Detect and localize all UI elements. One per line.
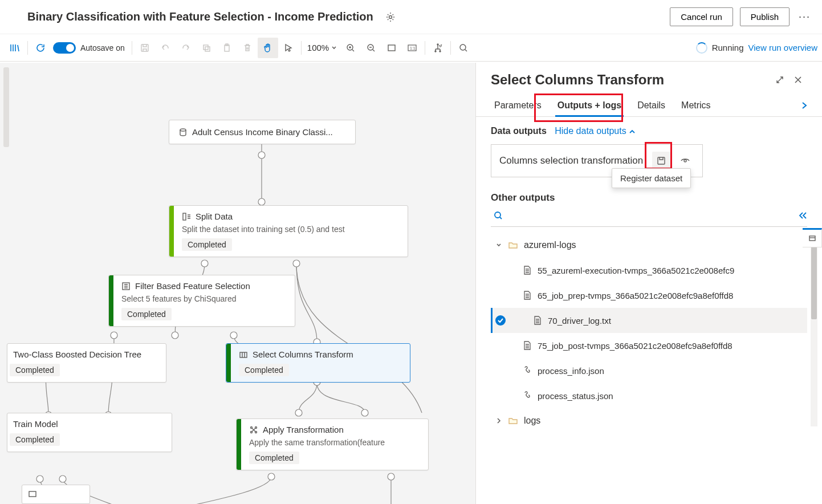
search-icon[interactable]	[453, 38, 474, 58]
svg-point-19	[111, 332, 117, 339]
zoom-out-icon[interactable]	[361, 38, 381, 58]
collapse-tree-icon[interactable]	[798, 212, 807, 220]
node-title: Filter Based Feature Selection	[135, 281, 250, 291]
refresh-icon[interactable]	[30, 38, 51, 58]
tab-parameters[interactable]: Parameters	[486, 95, 550, 116]
undo-icon[interactable]	[155, 38, 176, 58]
node-boosted-tree[interactable]: Two-Class Boosted Decision Tree Complete…	[7, 343, 166, 383]
file-label: 70_driver_log.txt	[548, 316, 611, 326]
paste-icon[interactable]	[217, 38, 237, 58]
file-label: process_info.json	[538, 366, 604, 376]
folder-label: logs	[524, 416, 540, 426]
node-partial[interactable]	[22, 485, 90, 504]
node-train-model[interactable]: Train Model Completed	[7, 413, 172, 452]
svg-point-27	[295, 409, 302, 416]
tree-file[interactable]: 65_job_prep-tvmps_366a5021c2e008efc9a8ef…	[491, 283, 807, 308]
tab-metrics[interactable]: Metrics	[673, 95, 719, 116]
status-badge: Completed	[239, 364, 289, 376]
svg-rect-43	[658, 157, 665, 164]
svg-point-31	[268, 473, 275, 480]
data-outputs-label: Data outputs	[491, 126, 547, 136]
status-badge: Completed	[249, 452, 299, 464]
node-dataset-title: Adult Census Income Binary Classi...	[192, 127, 333, 137]
view-run-overview-link[interactable]: View run overview	[748, 43, 817, 52]
tree-file[interactable]: 75_job_post-tvmps_366a5021c2e008efc9a8ef…	[491, 333, 807, 358]
tree-file[interactable]: process_info.json	[491, 358, 807, 383]
svg-point-28	[361, 409, 368, 416]
autosave-toggle[interactable]	[53, 42, 76, 54]
preview-icon[interactable]	[676, 152, 694, 170]
node-title: Two-Class Boosted Decision Tree	[13, 349, 141, 359]
zoom-level[interactable]: 100%	[304, 43, 340, 52]
close-icon[interactable]	[789, 71, 807, 89]
svg-rect-1	[141, 44, 148, 51]
actual-size-icon[interactable]: 1:1	[402, 38, 422, 58]
svg-point-17	[201, 260, 208, 267]
file-label: 75_job_post-tvmps_366a5021c2e008efc9a8ef…	[538, 341, 733, 351]
node-apply-transformation[interactable]: Apply Transformation Apply the same tran…	[236, 418, 429, 470]
node-title: Apply Transformation	[263, 425, 344, 434]
node-split-data[interactable]: Split Data Split the dataset into traini…	[169, 205, 408, 257]
cursor-icon[interactable]	[278, 38, 299, 58]
hide-data-outputs-link[interactable]: Hide data outputs	[555, 126, 636, 136]
node-subtitle: Select 5 features by ChiSquared	[121, 294, 286, 303]
cancel-run-button[interactable]: Cancel run	[670, 7, 733, 26]
status-badge: Completed	[182, 238, 232, 251]
node-select-columns-transform[interactable]: Select Columns Transform Completed	[226, 343, 410, 383]
svg-point-18	[293, 260, 300, 267]
checkmark-icon	[495, 315, 506, 326]
node-title: Select Columns Transform	[253, 349, 353, 359]
expand-icon[interactable]	[771, 71, 789, 89]
svg-rect-37	[240, 352, 247, 357]
tree-file[interactable]: process_status.json	[491, 383, 807, 408]
tabs-scroll-right-icon[interactable]	[797, 96, 812, 115]
svg-point-14	[460, 44, 466, 50]
svg-point-29	[36, 475, 43, 482]
library-icon[interactable]	[5, 38, 25, 58]
search-outputs-icon[interactable]	[491, 208, 506, 223]
tree-file-selected[interactable]: 70_driver_log.txt	[491, 308, 807, 333]
settings-gear-icon[interactable]	[385, 11, 396, 23]
auto-layout-icon[interactable]	[428, 38, 448, 58]
svg-point-34	[180, 129, 186, 131]
tree-file[interactable]: 55_azureml-execution-tvmps_366a5021c2e00…	[491, 258, 807, 283]
page-title: Binary Classification with Feature Selec…	[27, 10, 373, 23]
register-dataset-tooltip: Register dataset	[612, 168, 691, 188]
file-label: 65_job_prep-tvmps_366a5021c2e008efc9a8ef…	[538, 291, 733, 300]
node-dataset[interactable]: Adult Census Income Binary Classi...	[169, 120, 356, 144]
left-collapse-handle[interactable]	[3, 67, 9, 147]
save-icon[interactable]	[135, 38, 155, 58]
details-panel: Select Columns Transform Parameters Outp…	[475, 63, 822, 504]
svg-rect-46	[809, 236, 815, 241]
more-menu-icon[interactable]: ···	[799, 11, 811, 23]
svg-text:1:1: 1:1	[410, 46, 416, 50]
status-badge: Completed	[121, 308, 172, 320]
tree-folder-azureml-logs[interactable]: azureml-logs	[491, 233, 807, 258]
node-subtitle: Apply the same transformation(feature	[249, 438, 419, 447]
zoom-in-icon[interactable]	[340, 38, 361, 58]
delete-icon[interactable]	[237, 38, 258, 58]
svg-point-16	[258, 198, 265, 205]
tree-scrollbar[interactable]	[811, 233, 817, 426]
file-label: 55_azureml-execution-tvmps_366a5021c2e00…	[538, 266, 734, 275]
fit-screen-icon[interactable]	[381, 38, 402, 58]
svg-rect-2	[204, 45, 208, 50]
running-spinner-icon	[696, 42, 707, 54]
side-tab-icon[interactable]	[803, 228, 822, 247]
status-badge: Completed	[10, 364, 60, 376]
copy-icon[interactable]	[196, 38, 217, 58]
register-dataset-button[interactable]	[652, 152, 670, 170]
node-filter-feature-selection[interactable]: Filter Based Feature Selection Select 5 …	[108, 275, 295, 327]
publish-button[interactable]: Publish	[740, 7, 790, 26]
tree-folder-logs[interactable]: logs	[491, 408, 807, 433]
node-title: Split Data	[196, 212, 233, 221]
redo-icon[interactable]	[176, 38, 196, 58]
panel-title: Select Columns Transform	[491, 72, 771, 88]
pan-hand-icon[interactable]	[258, 38, 278, 58]
svg-rect-35	[183, 213, 186, 220]
folder-label: azureml-logs	[524, 240, 576, 250]
svg-point-44	[684, 160, 686, 162]
tab-details[interactable]: Details	[629, 95, 673, 116]
tab-outputs-logs[interactable]: Outputs + logs	[550, 95, 629, 116]
svg-point-32	[388, 473, 394, 480]
